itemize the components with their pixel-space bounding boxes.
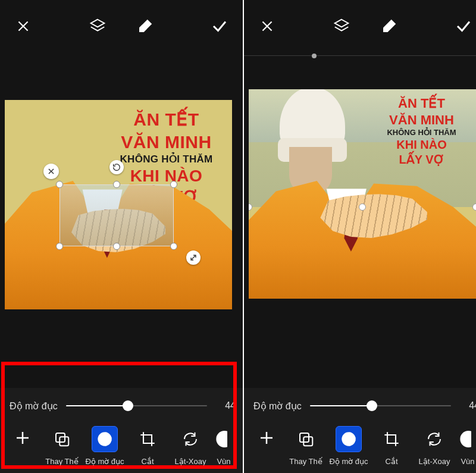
tool-opacity[interactable]: Độ mờ đục [83,426,126,466]
tool-crop[interactable]: Cắt [370,426,413,466]
meme-line-5: LẤY VỢ [375,152,468,167]
tool-opacity-label: Độ mờ đục [85,457,124,466]
cartoon-suit [249,168,476,299]
confirm-icon[interactable] [453,16,474,36]
meme-line-3: KHÔNG HỎI THĂM [375,128,468,137]
tool-opacity-label: Độ mờ đục [329,457,368,466]
eraser-icon[interactable] [135,16,155,36]
meme-line-4: KHI NÀO [375,137,468,152]
close-icon[interactable] [257,16,277,36]
opacity-slider-row: Độ mờ đục 44 [10,399,236,413]
tool-fliprotate-label: Lật-Xoay [419,457,450,466]
opacity-slider[interactable] [310,399,451,413]
selection-rotate-icon[interactable] [109,160,124,174]
add-button[interactable] [251,426,282,450]
canvas-area[interactable]: ĂN TẾT VĂN MINH KHÔNG HỎI THĂM KHI NÀO L… [0,52,243,388]
svg-point-5 [216,431,227,447]
tool-region[interactable]: Vùn [456,426,476,466]
tool-crop-label: Cắt [142,457,154,466]
tool-fliprotate-label: Lật-Xoay [175,457,206,466]
meme-image: ĂN TẾT VĂN MINH KHÔNG HỎI THĂM KHI NÀO L… [5,100,232,309]
canvas-area[interactable]: ĂN TẾT VĂN MINH KHÔNG HỎI THĂM KHI NÀO L… [244,59,476,388]
handle[interactable] [472,203,476,211]
handle[interactable] [359,203,366,211]
tool-crop[interactable]: Cắt [126,426,169,466]
top-slider[interactable] [244,52,476,59]
opacity-slider[interactable] [66,399,207,413]
top-toolbar [0,0,243,52]
tool-region-label: Vùn [217,457,230,466]
tool-replace-label: Thay Thế [289,457,322,466]
tool-row: Thay Thế Độ mờ đục Cắt Lật-Xoay Vùn [251,426,476,466]
handle[interactable] [113,181,120,188]
svg-point-11 [460,431,471,447]
editor-screen-left: ĂN TẾT VĂN MINH KHÔNG HỎI THĂM KHI NÀO L… [0,0,244,473]
meme-line-3: KHÔNG HỎI THĂM [111,153,221,165]
top-toolbar [244,0,476,52]
handle[interactable] [170,243,177,250]
tool-replace-label: Thay Thế [45,457,78,466]
tool-crop-label: Cắt [386,457,398,466]
add-button[interactable] [7,426,38,450]
selection-frame[interactable] [60,184,174,246]
slider-label: Độ mờ đục [10,400,58,412]
bottom-panel: Độ mờ đục 44 Thay Thế Độ mờ đ [244,388,476,473]
handle[interactable] [113,243,120,250]
meme-line-1: ĂN TẾT [111,108,221,131]
tool-flip-rotate[interactable]: Lật-Xoay [169,426,212,466]
opacity-slider-row: Độ mờ đục 44 [253,399,476,413]
tool-row: Thay Thế Độ mờ đục Cắt Lật-Xoay Vùn [7,426,236,466]
bottom-panel: Độ mờ đục 44 Thay Thế Độ mờ đ [0,388,243,473]
handle[interactable] [56,243,63,250]
tool-flip-rotate[interactable]: Lật-Xoay [413,426,456,466]
selection-close-icon[interactable] [43,164,59,179]
tool-replace[interactable]: Thay Thế [284,426,327,466]
slider-value: 44 [215,400,236,411]
handle[interactable] [56,181,63,188]
tool-region[interactable]: Vùn [212,426,236,466]
tool-region-label: Vùn [461,457,474,466]
editor-screen-right: ĂN TẾT VĂN MINH KHÔNG HỎI THĂM KHI NÀO L… [244,0,476,473]
slider-label: Độ mờ đục [253,400,302,412]
tool-replace[interactable]: Thay Thế [40,426,83,466]
layers-icon[interactable] [331,16,352,36]
meme-line-2: VĂN MINH [375,112,468,129]
layers-icon[interactable] [87,16,108,36]
confirm-icon[interactable] [209,16,230,36]
close-icon[interactable] [13,16,33,36]
slider-value: 44 [459,400,476,411]
meme-line-2: VĂN MINH [111,131,221,154]
meme-line-1: ĂN TẾT [375,95,468,112]
handle[interactable] [170,181,177,188]
tool-opacity[interactable]: Độ mờ đục [327,426,370,466]
meme-text: ĂN TẾT VĂN MINH KHÔNG HỎI THĂM KHI NÀO L… [375,95,468,167]
selection-scale-icon[interactable] [186,250,201,265]
eraser-icon[interactable] [379,16,399,36]
meme-image: ĂN TẾT VĂN MINH KHÔNG HỎI THĂM KHI NÀO L… [249,89,476,299]
